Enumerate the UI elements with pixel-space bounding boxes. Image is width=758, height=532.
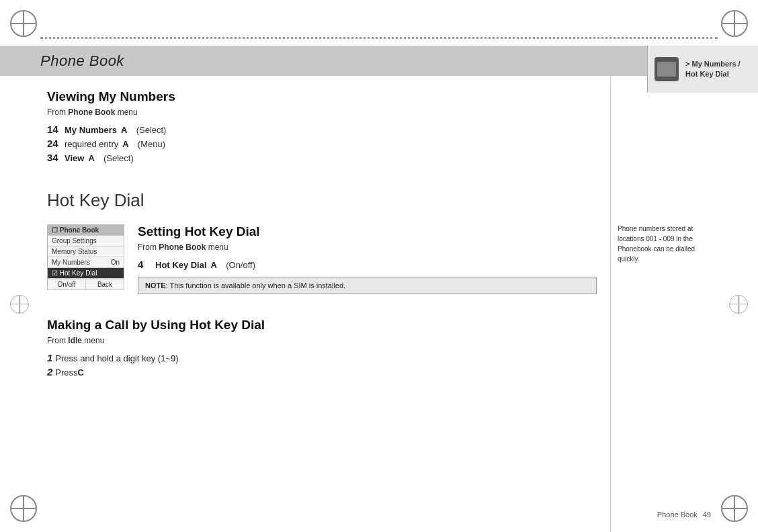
header-title: Phone Book [40, 52, 124, 70]
setting-title: Setting Hot Key Dial [138, 224, 597, 239]
section-making: Making a Call by Using Hot Key Dial From… [47, 318, 597, 378]
mockup-mynums: My NumbersOn [48, 257, 124, 268]
mid-crosshair-left [10, 295, 29, 314]
page-number-label: Phone Book [657, 511, 698, 519]
step-label-2: required entry [65, 139, 118, 149]
note-label: NOTE [145, 281, 166, 290]
tab-icon-inner [657, 62, 676, 77]
making-step-text-1: Press and hold a digit key (1~9) [55, 353, 178, 363]
top-dashed-bar [40, 37, 718, 42]
making-step-num-1: 1 [47, 352, 52, 363]
setting-step-num: 4 [138, 259, 151, 270]
viewing-from: From Phone Book menu [47, 107, 597, 117]
step-num-3: 34 [47, 152, 60, 163]
setting-instructions: Setting Hot Key Dial From Phone Book men… [138, 224, 597, 308]
mockup-header: ☐ Phone Book [48, 225, 124, 236]
note-box: NOTE: This function is available only wh… [138, 277, 597, 294]
right-margin [718, 76, 758, 532]
mockup-btn-onoff: On/off [48, 279, 86, 290]
content-area: Viewing My Numbers From Phone Book menu … [40, 76, 610, 532]
note-text: : This function is available only when a… [166, 281, 346, 290]
mockup-buttons: On/off Back [48, 279, 124, 290]
section-setting: ☐ Phone Book Group Settings Memory Statu… [47, 224, 597, 308]
mockup-hotkey: ☑ Hot Key Dial [48, 268, 124, 279]
mockup-group: Group Settings [48, 236, 124, 247]
making-title: Making a Call by Using Hot Key Dial [47, 318, 597, 332]
setting-step-action: (On/off) [221, 260, 255, 270]
making-step-2: 2 PressC [47, 366, 597, 378]
step-label-3: View [65, 153, 84, 163]
step-action-1: (Select) [131, 125, 166, 135]
making-step-text-2: PressC [55, 367, 84, 378]
step-item-3: 34 ViewA (Select) [47, 152, 597, 163]
mid-crosshair-right [729, 295, 748, 314]
step-action-2: (Menu) [133, 139, 165, 149]
step-num-1: 14 [47, 124, 60, 135]
setting-step-label: Hot Key Dial [155, 260, 207, 270]
step-item-2: 24 required entryA (Menu) [47, 138, 597, 149]
making-step-1: 1 Press and hold a digit key (1~9) [47, 352, 597, 363]
step-num-2: 24 [47, 138, 60, 149]
phone-mockup: ☐ Phone Book Group Settings Memory Statu… [47, 224, 124, 290]
step-item-1: 14 My NumbersA (Select) [47, 124, 597, 135]
mockup-memory: Memory Status [48, 247, 124, 257]
left-margin [0, 76, 40, 532]
making-step-num-2: 2 [47, 366, 52, 378]
mockup-btn-back: Back [86, 279, 124, 290]
main-content: Viewing My Numbers From Phone Book menu … [0, 76, 758, 532]
page-number: 49 [703, 511, 711, 519]
viewing-title: Viewing My Numbers [47, 89, 597, 104]
step-action-3: (Select) [99, 153, 134, 163]
making-from: From Idle menu [47, 336, 597, 345]
header-bar: Phone Book [0, 46, 758, 76]
setting-from: From Phone Book menu [138, 242, 597, 252]
step-label-1: My Numbers [65, 125, 117, 135]
setting-step: 4 Hot Key DialA (On/off) [138, 259, 597, 270]
section-viewing: Viewing My Numbers From Phone Book menu … [47, 89, 597, 163]
viewing-steps: 14 My NumbersA (Select) 24 required entr… [47, 124, 597, 163]
page-number-area: Phone Book 49 [657, 511, 711, 519]
hotkey-heading: Hot Key Dial [47, 190, 597, 211]
corner-decoration-tl [7, 7, 40, 40]
sidebar-note: Phone numbers stored at locations 001 - … [618, 224, 711, 264]
corner-decoration-tr [718, 7, 751, 40]
right-sidebar: Phone numbers stored at locations 001 - … [610, 76, 718, 532]
